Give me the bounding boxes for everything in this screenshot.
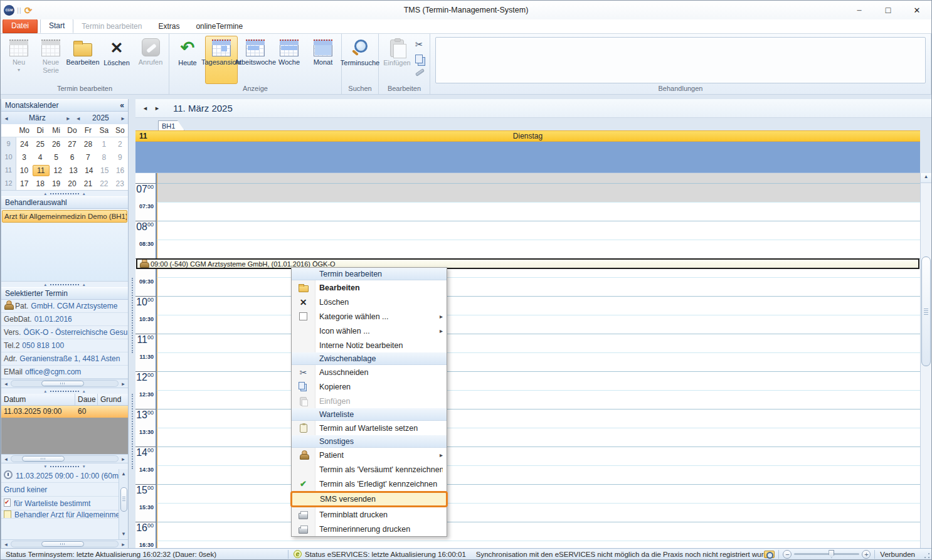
menu-item-termin-als-versäumt-kennzeichnen[interactable]: Termin als 'Versäumt' kennzeichnen: [292, 462, 447, 477]
day-cell[interactable]: 1: [96, 140, 112, 149]
day-cell[interactable]: 3: [16, 153, 32, 162]
next-month-icon[interactable]: [63, 115, 73, 122]
day-cell[interactable]: 28: [80, 140, 96, 149]
day-cell[interactable]: 25: [32, 140, 48, 149]
tab-extras[interactable]: Extras: [150, 20, 188, 33]
column-dauer[interactable]: Daue: [75, 394, 98, 405]
scrollbar-thumb[interactable]: [41, 541, 84, 547]
day-cell[interactable]: 23: [112, 179, 128, 188]
time-slot[interactable]: [157, 315, 920, 334]
ribbon-button-bearbeiten[interactable]: Bearbeiten: [66, 36, 99, 84]
scroll-right-icon[interactable]: [120, 456, 127, 462]
time-slot[interactable]: [157, 277, 920, 296]
day-cell[interactable]: 12: [50, 166, 66, 175]
time-slot[interactable]: [157, 409, 920, 428]
zoom-slider[interactable]: [794, 553, 859, 555]
time-slot[interactable]: [157, 334, 920, 352]
ribbon-button-neu[interactable]: Neu: [3, 36, 35, 84]
ribbon-button-einfügen[interactable]: Einfügen: [381, 36, 413, 84]
maximize-button[interactable]: [874, 1, 903, 19]
scroll-up-icon[interactable]: [921, 173, 931, 183]
time-slot[interactable]: [157, 465, 920, 484]
minimize-button[interactable]: [845, 1, 874, 19]
day-cell[interactable]: 16: [112, 166, 128, 175]
ribbon-button-tagesansicht[interactable]: Tagesansicht: [205, 36, 238, 84]
time-slot[interactable]: [157, 371, 920, 390]
menu-item-einfügen[interactable]: Einfügen: [292, 394, 447, 408]
day-cell[interactable]: 26: [48, 140, 64, 149]
collapse-sidebar-icon[interactable]: [120, 101, 124, 110]
menu-item-ausschneiden[interactable]: Ausschneiden: [292, 365, 447, 379]
format-brush-icon[interactable]: [415, 68, 425, 77]
menu-item-sms-versenden[interactable]: SMS versenden: [290, 491, 448, 507]
time-slot[interactable]: [157, 522, 920, 541]
scroll-left-icon[interactable]: [3, 381, 9, 387]
day-cell[interactable]: 7: [80, 153, 96, 162]
day-cell[interactable]: 9: [112, 153, 128, 162]
tab-start[interactable]: Start: [40, 19, 73, 33]
time-slot[interactable]: [157, 173, 920, 183]
cut-icon[interactable]: [415, 39, 425, 50]
day-cell[interactable]: 17: [16, 179, 32, 188]
day-cell[interactable]: 5: [48, 153, 64, 162]
scroll-down-icon[interactable]: [122, 531, 125, 538]
time-slot[interactable]: [157, 428, 920, 446]
prev-day-icon[interactable]: [142, 104, 149, 112]
ribbon-button-neue-serie[interactable]: Neue Serie: [36, 36, 65, 84]
menu-item-termin-als-erledigt-kennzeichnen[interactable]: Termin als 'Erledigt' kennzeichnen: [292, 477, 447, 491]
day-cell[interactable]: 6: [64, 153, 80, 162]
day-cell[interactable]: 27: [64, 140, 80, 149]
menu-item-kategorie-wählen[interactable]: Kategorie wählen ...: [292, 309, 447, 324]
day-cell[interactable]: 4: [32, 153, 48, 162]
ribbon-button-arbeitswoche[interactable]: Arbeitswoche: [239, 36, 272, 84]
menu-item-patient[interactable]: Patient: [292, 448, 447, 462]
next-year-icon[interactable]: [118, 115, 128, 122]
next-day-icon[interactable]: [154, 104, 161, 112]
folder-search-icon[interactable]: [764, 551, 775, 558]
panel-splitter[interactable]: [1, 282, 128, 287]
dropdown-arrow-icon[interactable]: [18, 67, 20, 73]
scroll-right-icon[interactable]: [120, 381, 127, 387]
ribbon-button-monat[interactable]: Monat: [307, 36, 339, 84]
vertical-scrollbar[interactable]: [119, 469, 128, 539]
menu-item-terminerinnerung-drucken[interactable]: Terminerinnerung drucken: [292, 522, 447, 536]
all-day-band[interactable]: [135, 142, 920, 173]
vertical-scrollbar[interactable]: [920, 173, 931, 549]
menu-item-terminblatt-drucken[interactable]: Terminblatt drucken: [292, 507, 447, 522]
scrollbar-thumb[interactable]: [120, 487, 127, 512]
day-cell-selected[interactable]: 11: [33, 165, 50, 176]
tab-termin-bearbeiten[interactable]: Termin bearbeiten: [73, 20, 150, 33]
day-cell[interactable]: 18: [32, 179, 48, 188]
scrollbar-thumb[interactable]: [921, 256, 931, 366]
scroll-left-icon[interactable]: [3, 456, 9, 462]
time-slot[interactable]: [157, 221, 920, 240]
copy-icon[interactable]: [415, 55, 423, 63]
panel-splitter[interactable]: [1, 463, 128, 469]
behandler-item-selected[interactable]: Arzt für Allgemeinmedizin Demo (BH1): [2, 210, 127, 223]
tab-datei[interactable]: Datei: [3, 19, 38, 33]
ribbon-button-heute[interactable]: Heute: [171, 36, 204, 84]
menu-item-interne-notiz-bearbeiten[interactable]: Interne Notiz bearbeiten: [292, 338, 447, 352]
ribbon-button-woche[interactable]: Woche: [273, 36, 305, 84]
tab-online-termine[interactable]: onlineTermine: [188, 20, 251, 33]
zoom-in-button[interactable]: [862, 550, 871, 559]
close-button[interactable]: [903, 1, 931, 19]
menu-item-termin-auf-warteliste-setzen[interactable]: Termin auf Warteliste setzen: [292, 421, 447, 435]
sidebar-splitter[interactable]: [129, 99, 135, 549]
time-slot[interactable]: [157, 202, 920, 221]
prev-year-icon[interactable]: [73, 115, 83, 122]
day-cell[interactable]: 14: [81, 166, 97, 175]
menu-item-kopieren[interactable]: Kopieren: [292, 379, 447, 394]
day-cell[interactable]: 8: [96, 153, 112, 162]
day-cell[interactable]: 13: [66, 166, 82, 175]
menu-item-löschen[interactable]: Löschen: [292, 295, 447, 309]
day-cell[interactable]: 15: [97, 166, 112, 175]
time-slot[interactable]: [157, 503, 920, 522]
panel-splitter[interactable]: [1, 388, 128, 394]
ribbon-button-terminsuche[interactable]: Terminsuche: [344, 36, 376, 84]
time-slot[interactable]: [157, 296, 920, 315]
day-cell[interactable]: 22: [96, 179, 112, 188]
scroll-left-icon[interactable]: [3, 541, 9, 547]
ribbon-button-löschen[interactable]: Löschen: [100, 36, 133, 84]
day-cell[interactable]: 20: [64, 179, 80, 188]
